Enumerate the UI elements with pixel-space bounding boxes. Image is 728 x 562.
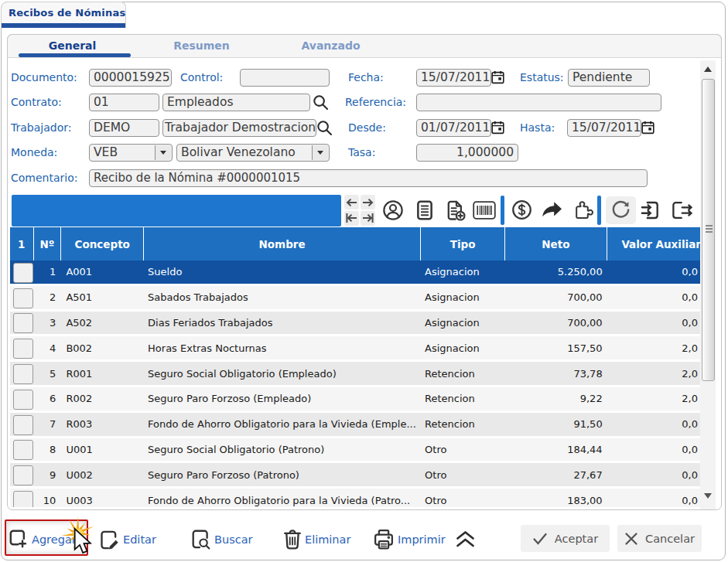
row-selector-button[interactable] <box>13 263 33 283</box>
row-selector-button[interactable] <box>13 313 33 333</box>
moneda-name-dropdown-icon[interactable] <box>312 145 328 160</box>
grid-header-numero[interactable]: Nº <box>34 227 62 261</box>
grid-header-concepto[interactable]: Concepto <box>61 227 144 261</box>
import-icon[interactable] <box>641 199 662 221</box>
tab-resumen[interactable]: Resumen <box>137 35 266 58</box>
hasta-field[interactable]: 15/07/2011 <box>567 119 641 137</box>
vertical-scrollbar[interactable] <box>700 60 716 509</box>
cell-numero: 9 <box>34 463 62 486</box>
moneda-name-select[interactable]: Bolivar Venezolano <box>176 144 330 162</box>
cell-neto: 700,00 <box>505 312 607 335</box>
row-header-cell[interactable] <box>10 312 34 335</box>
nav-next-icon[interactable] <box>361 195 375 209</box>
desde-field[interactable]: 01/07/2011 <box>416 119 491 137</box>
check-icon <box>532 532 548 546</box>
table-row[interactable]: 3 A502 Dias Feriados Trabajados Asignaci… <box>10 312 701 337</box>
row-selector-button[interactable] <box>13 364 33 384</box>
tasa-field[interactable]: 1,000000 <box>416 144 518 162</box>
moneda-name-value: Bolivar Venezolano <box>181 145 296 159</box>
row-header-cell[interactable] <box>10 463 34 486</box>
table-row[interactable]: 4 B002 Horas Extras Nocturnas Asignacion… <box>10 336 701 362</box>
row-header-cell[interactable] <box>10 489 34 507</box>
imprimir-button[interactable]: Imprimir <box>374 524 446 555</box>
row-selector-button[interactable] <box>13 415 33 435</box>
refresh-button[interactable] <box>606 196 636 224</box>
close-icon <box>624 532 638 546</box>
grid-header-tipo[interactable]: Tipo <box>421 227 505 261</box>
table-row[interactable]: 1 A001 Sueldo Asignacion 5.250,00 0,0 <box>10 261 701 286</box>
grid-header-nombre[interactable]: Nombre <box>144 227 421 261</box>
table-row[interactable]: 6 R002 Seguro Paro Forzoso (Empleado) Re… <box>10 387 701 413</box>
row-selector-button[interactable] <box>13 465 33 485</box>
row-header-cell[interactable] <box>10 413 34 436</box>
table-row[interactable]: 5 R001 Seguro Social Obligatorio (Emplea… <box>10 362 701 387</box>
tab-avanzado[interactable]: Avanzado <box>266 35 395 58</box>
buscar-button[interactable]: Buscar <box>190 524 253 555</box>
editar-button[interactable]: Editar <box>99 524 156 555</box>
cancelar-button[interactable]: Cancelar <box>617 525 702 552</box>
row-selector-button[interactable] <box>13 288 33 308</box>
grid-header-neto[interactable]: Neto <box>505 227 607 261</box>
row-header-cell[interactable] <box>10 387 34 410</box>
nav-previous-icon[interactable] <box>344 195 359 209</box>
row-selector-button[interactable] <box>13 440 33 460</box>
fecha-calendar-icon[interactable] <box>491 70 504 84</box>
row-header-cell[interactable] <box>10 286 34 309</box>
trabajador-search-icon[interactable] <box>316 120 333 136</box>
aceptar-button[interactable]: Aceptar <box>521 525 610 552</box>
control-field[interactable] <box>240 69 330 87</box>
cell-numero: 10 <box>34 489 62 507</box>
detail-document-icon[interactable] <box>414 199 436 221</box>
buscar-label: Buscar <box>214 533 253 546</box>
nav-last-icon[interactable] <box>361 211 375 226</box>
cell-neto: 183,00 <box>505 489 607 507</box>
scrollbar-up-icon[interactable] <box>704 66 712 72</box>
cell-tipo: Otro <box>421 489 505 507</box>
table-row[interactable]: 8 U001 Seguro Social Obligatorio (Patron… <box>10 438 701 464</box>
eliminar-button[interactable]: Eliminar <box>283 524 350 555</box>
contrato-name-field[interactable]: Empleados <box>162 94 310 111</box>
agregar-button[interactable]: Agregar <box>8 524 77 555</box>
row-header-cell[interactable] <box>10 438 34 462</box>
cell-nombre: Seguro Paro Forzoso (Empleado) <box>144 387 421 410</box>
documento-field[interactable]: 0000015925 <box>89 69 172 87</box>
hasta-calendar-icon[interactable] <box>641 121 655 135</box>
row-selector-button[interactable] <box>13 390 33 410</box>
tab-general[interactable]: General <box>8 35 137 58</box>
scrollbar-thumb[interactable] <box>702 79 715 381</box>
moneda-code-select[interactable]: VEB <box>89 144 173 162</box>
row-selector-button[interactable] <box>13 491 33 507</box>
row-header-cell[interactable] <box>10 362 34 385</box>
trabajador-code-field[interactable]: DEMO <box>89 119 159 137</box>
collapse-toolbar-icon[interactable] <box>455 530 476 549</box>
row-header-cell[interactable] <box>10 261 34 284</box>
nav-first-icon[interactable] <box>344 211 359 226</box>
table-row[interactable]: 9 U002 Seguro Paro Forzoso (Patrono) Otr… <box>10 463 701 489</box>
moneda-code-dropdown-icon[interactable] <box>155 145 171 160</box>
currency-icon[interactable] <box>511 199 533 221</box>
cell-neto: 184,44 <box>505 438 607 462</box>
document-add-icon[interactable] <box>444 199 466 221</box>
barcode-icon[interactable] <box>473 201 494 223</box>
contrato-code-field[interactable]: 01 <box>89 94 159 111</box>
referencia-field[interactable] <box>416 94 661 111</box>
export-icon[interactable] <box>670 199 692 221</box>
cell-tipo: Asignacion <box>421 336 505 359</box>
plugin-icon[interactable] <box>572 199 594 221</box>
row-header-cell[interactable] <box>10 336 34 359</box>
grid-header-valor-auxiliar[interactable]: Valor Auxiliar <box>607 227 700 261</box>
estatus-field[interactable]: Pendiente <box>568 69 650 87</box>
contrato-search-icon[interactable] <box>313 94 329 111</box>
desde-calendar-icon[interactable] <box>491 121 504 135</box>
grid-header-selector[interactable]: 1 <box>10 227 34 261</box>
table-row[interactable]: 2 A501 Sabados Trabajados Asignacion 700… <box>10 286 701 312</box>
scrollbar-down-icon[interactable] <box>704 493 712 499</box>
trabajador-name-field[interactable]: Trabajador Demostracion <box>162 119 316 137</box>
forward-icon[interactable] <box>542 200 563 222</box>
comentario-field[interactable]: Recibo de la Nómina #0000001015 <box>89 169 648 187</box>
table-row[interactable]: 7 R003 Fondo de Ahorro Obligatorio para … <box>10 413 701 438</box>
row-selector-button[interactable] <box>13 339 33 359</box>
worker-icon[interactable] <box>382 199 404 221</box>
fecha-field[interactable]: 15/07/2011 <box>416 69 491 87</box>
table-row[interactable]: 10 U003 Fondo de Ahorro Obligatorio para… <box>10 489 701 507</box>
